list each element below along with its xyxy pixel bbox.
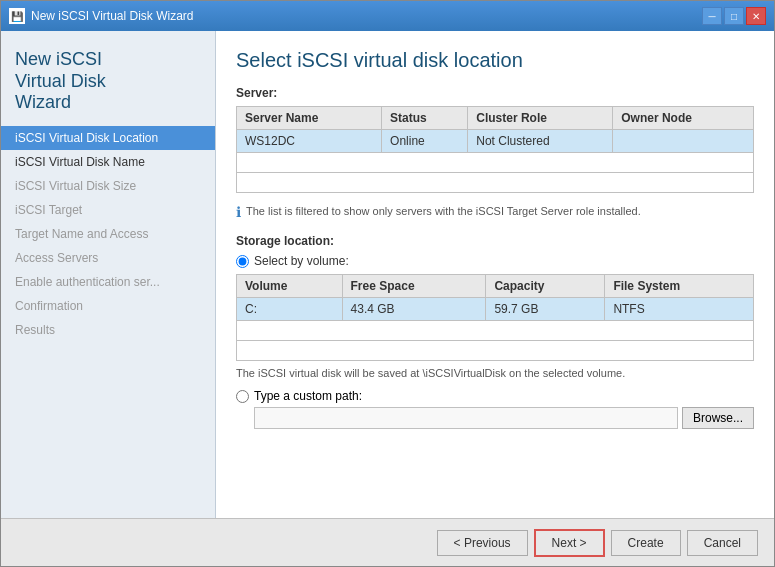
title-bar-left: 💾 New iSCSI Virtual Disk Wizard xyxy=(9,8,193,24)
custom-path-row: Type a custom path: xyxy=(236,389,754,403)
wizard-window: 💾 New iSCSI Virtual Disk Wizard ─ □ ✕ Ne… xyxy=(0,0,775,567)
volume-free-cell: 43.4 GB xyxy=(342,298,486,321)
create-button[interactable]: Create xyxy=(611,530,681,556)
minimize-button[interactable]: ─ xyxy=(702,7,722,25)
sidebar-item-enable-authentication: Enable authentication ser... xyxy=(1,270,215,294)
window-icon: 💾 xyxy=(9,8,25,24)
sidebar-item-iscsi-virtual-disk-location[interactable]: iSCSI Virtual Disk Location xyxy=(1,126,215,150)
custom-path-input[interactable] xyxy=(254,407,678,429)
info-icon: ℹ xyxy=(236,204,241,220)
server-row-0[interactable]: WS12DC Online Not Clustered xyxy=(237,130,754,153)
col-capacity: Capacity xyxy=(486,275,605,298)
server-cluster-cell: Not Clustered xyxy=(468,130,613,153)
volume-table: Volume Free Space Capacity File System C… xyxy=(236,274,754,361)
volume-fs-cell: NTFS xyxy=(605,298,754,321)
server-section-label: Server: xyxy=(236,86,754,100)
col-free-space: Free Space xyxy=(342,275,486,298)
next-button[interactable]: Next > xyxy=(534,529,605,557)
server-empty-row-1 xyxy=(237,153,754,173)
cancel-button[interactable]: Cancel xyxy=(687,530,758,556)
volume-capacity-cell: 59.7 GB xyxy=(486,298,605,321)
server-name-cell: WS12DC xyxy=(237,130,382,153)
left-panel: New iSCSIVirtual DiskWizard iSCSI Virtua… xyxy=(1,31,216,518)
custom-path-input-row: Browse... xyxy=(254,407,754,429)
sidebar-header: New iSCSIVirtual DiskWizard xyxy=(1,41,215,126)
right-panel-wrapper: Select iSCSI virtual disk location Serve… xyxy=(216,31,774,518)
sidebar-item-iscsi-virtual-disk-size: iSCSI Virtual Disk Size xyxy=(1,174,215,198)
server-owner-cell xyxy=(613,130,754,153)
sidebar-item-confirmation: Confirmation xyxy=(1,294,215,318)
sidebar-item-results: Results xyxy=(1,318,215,342)
sidebar-item-iscsi-virtual-disk-name[interactable]: iSCSI Virtual Disk Name xyxy=(1,150,215,174)
maximize-button[interactable]: □ xyxy=(724,7,744,25)
server-table: Server Name Status Cluster Role Owner No… xyxy=(236,106,754,193)
right-panel: Select iSCSI virtual disk location Serve… xyxy=(216,31,774,518)
info-text: ℹ The list is filtered to show only serv… xyxy=(236,205,754,220)
title-bar-controls: ─ □ ✕ xyxy=(702,7,766,25)
col-volume: Volume xyxy=(237,275,343,298)
volume-name-cell: C: xyxy=(237,298,343,321)
col-server-name: Server Name xyxy=(237,107,382,130)
close-button[interactable]: ✕ xyxy=(746,7,766,25)
volume-empty-row-1 xyxy=(237,321,754,341)
save-note: The iSCSI virtual disk will be saved at … xyxy=(236,367,754,379)
title-bar: 💾 New iSCSI Virtual Disk Wizard ─ □ ✕ xyxy=(1,1,774,31)
content-area: New iSCSIVirtual DiskWizard iSCSI Virtua… xyxy=(1,31,774,518)
storage-location-label: Storage location: xyxy=(236,234,754,248)
sidebar-item-iscsi-target: iSCSI Target xyxy=(1,198,215,222)
col-cluster-role: Cluster Role xyxy=(468,107,613,130)
browse-button[interactable]: Browse... xyxy=(682,407,754,429)
storage-section: Storage location: Select by volume: Volu… xyxy=(236,234,754,429)
volume-row-0[interactable]: C: 43.4 GB 59.7 GB NTFS xyxy=(237,298,754,321)
server-status-cell: Online xyxy=(382,130,468,153)
col-file-system: File System xyxy=(605,275,754,298)
select-by-volume-radio-label[interactable]: Select by volume: xyxy=(236,254,754,268)
custom-path-radio-label[interactable]: Type a custom path: xyxy=(236,389,362,403)
sidebar-item-access-servers: Access Servers xyxy=(1,246,215,270)
col-owner-node: Owner Node xyxy=(613,107,754,130)
select-by-volume-radio[interactable] xyxy=(236,255,249,268)
server-table-wrapper: Server Name Status Cluster Role Owner No… xyxy=(236,106,754,201)
window-title: New iSCSI Virtual Disk Wizard xyxy=(31,9,193,23)
previous-button[interactable]: < Previous xyxy=(437,530,528,556)
custom-path-radio[interactable] xyxy=(236,390,249,403)
volume-empty-row-2 xyxy=(237,341,754,361)
sidebar-item-target-name-and-access: Target Name and Access xyxy=(1,222,215,246)
server-empty-row-2 xyxy=(237,173,754,193)
col-status: Status xyxy=(382,107,468,130)
footer: < Previous Next > Create Cancel xyxy=(1,518,774,566)
page-title: Select iSCSI virtual disk location xyxy=(236,49,754,72)
